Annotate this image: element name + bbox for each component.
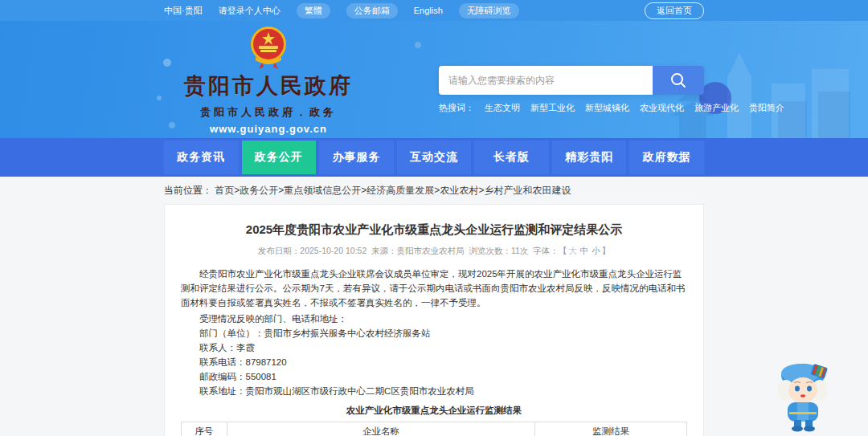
breadcrumb: 当前位置： 首页>政务公开>重点领域信息公开>经济高质量发展>农业农村>乡村产业… — [164, 177, 704, 204]
mascot-assistant[interactable] — [765, 354, 842, 433]
font-size-label-end: 】 — [602, 246, 611, 255]
top-utility-bar: 中国·贵阳请登录个人中心繁體公务邮箱English无障碍浏览 返回首页 — [0, 0, 868, 21]
hot-search-word[interactable]: 新型工业化 — [530, 102, 575, 114]
search-input[interactable] — [439, 66, 653, 95]
hot-search-word[interactable]: 新型城镇化 — [585, 102, 629, 114]
publish-date: 2025-10-20 10:52 — [300, 246, 366, 255]
nav-tab[interactable]: 政府数据 — [629, 141, 704, 174]
table-header-row: 序号企业名称监测结果 — [182, 422, 687, 436]
nav-tab[interactable]: 办事服务 — [319, 141, 394, 174]
article-title: 2025年度贵阳市农业产业化市级重点龙头企业运行监测和评定结果公示 — [181, 222, 687, 238]
hot-search-words: 热搜词： 生态文明新型工业化新型城镇化农业现代化旅游产业化贵阳简介 — [439, 102, 704, 114]
article-paragraph: 联系地址：贵阳市观山湖区市级行政中心二期C区贵阳市农业农村局 — [181, 384, 687, 398]
hot-search-word[interactable]: 旅游产业化 — [694, 102, 739, 114]
hot-search-word[interactable]: 农业现代化 — [640, 102, 684, 114]
article-paragraph: 邮政编码：550081 — [181, 369, 687, 384]
table-caption: 农业产业化市级重点龙头企业运行监测结果 — [181, 405, 687, 417]
nav-tab[interactable]: 政务公开 — [242, 141, 317, 174]
site-logo-block[interactable]: 贵阳市人民政府 贵阳市人民政府．政务 www.guiyang.gov.cn — [164, 21, 373, 138]
table-header-cell: 企业名称 — [227, 422, 535, 436]
font-size-large-button[interactable]: 大 — [568, 246, 577, 255]
monitoring-results-table: 序号企业名称监测结果 1贵州合力超市采购有限公司合格2贵州友禾种业有限公司合格3… — [181, 422, 687, 436]
breadcrumb-label: 当前位置： — [164, 185, 212, 196]
font-size-small-button[interactable]: 小 — [592, 246, 600, 255]
site-header: 贵阳市人民政府 贵阳市人民政府．政务 www.guiyang.gov.cn 热搜… — [0, 21, 868, 138]
publish-date-label: 发布日期： — [258, 246, 301, 255]
font-size-medium-button[interactable]: 中 — [580, 246, 589, 255]
topbar-item[interactable]: 繁體 — [297, 3, 330, 18]
table-header-cell: 监测结果 — [535, 422, 687, 436]
nav-tab[interactable]: 长者版 — [474, 141, 549, 174]
table-header-cell: 序号 — [182, 422, 227, 436]
hot-search-word[interactable]: 生态文明 — [485, 102, 520, 114]
topbar-item[interactable]: 中国·贵阳 — [164, 5, 203, 17]
site-subtitle: 贵阳市人民政府．政务 — [164, 105, 373, 120]
mascot-icon — [765, 354, 842, 433]
return-home-button[interactable]: 返回首页 — [645, 2, 704, 19]
topbar-item[interactable]: 公务邮箱 — [346, 3, 398, 18]
article-paragraph: 联系电话：87987120 — [181, 355, 687, 369]
source-label: 来源： — [371, 246, 397, 255]
article-body: 经贵阳市农业产业化市级重点龙头企业联席会议成员单位审定，现对2025年开展的农业… — [181, 267, 687, 398]
article-paragraph: 联系人：李霞 — [181, 340, 687, 355]
national-emblem-icon — [248, 25, 289, 70]
article-card: 2025年度贵阳市农业产业化市级重点龙头企业运行监测和评定结果公示 发布日期：2… — [164, 204, 704, 436]
nav-tab[interactable]: 精彩贵阳 — [552, 141, 627, 174]
article-paragraph: 部门（单位）：贵阳市乡村振兴服务中心农村经济服务站 — [181, 326, 687, 340]
breadcrumb-path[interactable]: 首页>政务公开>重点领域信息公开>经济高质量发展>农业农村>乡村产业和农田建设 — [215, 185, 571, 196]
nav-tab[interactable]: 互动交流 — [397, 141, 472, 174]
topbar-item[interactable]: English — [414, 6, 443, 15]
source: 贵阳市农业农村局 — [397, 246, 465, 255]
views-label: 浏览次数： — [469, 246, 511, 255]
hot-search-word[interactable]: 贵阳简介 — [749, 102, 784, 114]
search-block: 热搜词： 生态文明新型工业化新型城镇化农业现代化旅游产业化贵阳简介 — [439, 21, 704, 138]
hot-words-label: 热搜词： — [439, 102, 474, 114]
search-button[interactable] — [653, 66, 704, 95]
topbar-item[interactable]: 无障碍浏览 — [459, 3, 519, 18]
topbar-links: 中国·贵阳请登录个人中心繁體公务邮箱English无障碍浏览 — [164, 3, 645, 18]
main-navigation: 政务资讯政务公开办事服务互动交流长者版精彩贵阳政府数据 — [0, 138, 868, 177]
nav-tab[interactable]: 政务资讯 — [164, 141, 239, 174]
article-paragraph: 受理情况反映的部门、电话和地址： — [181, 312, 687, 326]
font-size-label: 字体：【 — [533, 246, 567, 255]
topbar-item[interactable]: 请登录个人中心 — [219, 5, 280, 17]
site-url: www.guiyang.gov.cn — [164, 123, 373, 135]
site-name: 贵阳市人民政府 — [164, 71, 373, 100]
search-icon — [669, 71, 687, 89]
views-count: 11次 — [511, 246, 528, 255]
article-meta: 发布日期：2025-10-20 10:52 来源：贵阳市农业农村局 浏览次数：1… — [181, 246, 687, 257]
article-paragraph: 经贵阳市农业产业化市级重点龙头企业联席会议成员单位审定，现对2025年开展的农业… — [181, 267, 687, 310]
